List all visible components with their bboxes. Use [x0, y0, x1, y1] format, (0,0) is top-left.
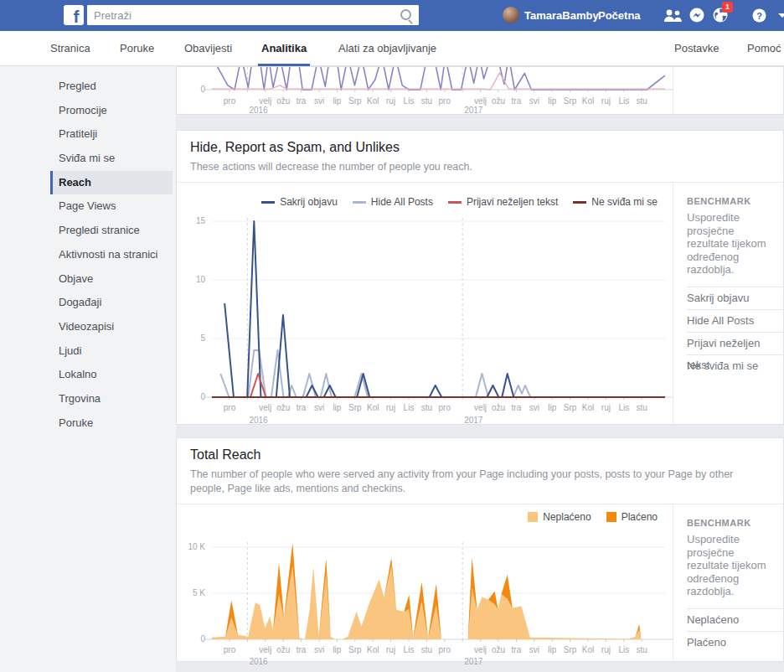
friend-requests-icon[interactable] [663, 9, 683, 25]
svg-text:Kol: Kol [582, 96, 594, 106]
search-input[interactable] [87, 5, 419, 25]
benchmark-item-ne-svida-mi-se[interactable]: Ne sviđa mi se [687, 354, 784, 377]
sidebar-item-pratitelji[interactable]: Pratitelji [0, 122, 176, 147]
svg-text:?: ? [756, 11, 762, 21]
tab-analitika[interactable]: Analitika [258, 31, 310, 66]
svg-text:ruj: ruj [601, 403, 611, 412]
benchmark-panel-hide: BENCHMARK Usporedite prosječne rezultate… [673, 183, 784, 432]
total-reach-area-chart[interactable]: 05 K10 KproveljožutrasvilipSrpKolrujLiss… [177, 504, 673, 669]
svg-text:pro: pro [224, 403, 236, 412]
home-link[interactable]: Početna [598, 0, 641, 31]
search-icon[interactable] [400, 9, 411, 20]
sidebar-item-promocije[interactable]: Promocije [0, 99, 176, 123]
section-title: Hide, Report as Spam, and Unlikes [190, 140, 770, 155]
total-reach-header: Total Reach The number of people who wer… [177, 438, 783, 504]
sidebar-item-aktivnosti-na-stranici[interactable]: Aktivnosti na stranici [0, 243, 176, 267]
svg-text:Srp: Srp [348, 96, 362, 106]
svg-text:ruj: ruj [601, 645, 611, 654]
hide-chart-legend: Sakrij objavu Hide All Posts Prijavi než… [246, 196, 658, 208]
legend-hide-all-posts[interactable]: Hide All Posts [353, 196, 433, 208]
svg-text:0: 0 [200, 634, 205, 644]
svg-text:Srp: Srp [564, 96, 577, 106]
svg-text:Srp: Srp [564, 645, 577, 654]
svg-text:lip: lip [548, 645, 556, 654]
svg-text:0: 0 [200, 85, 205, 94]
benchmark-item-prijavi-nezeljen-tekst[interactable]: Prijavi neželjen tekst [687, 332, 784, 354]
svg-text:svi: svi [529, 403, 539, 412]
svg-text:2017: 2017 [464, 416, 483, 425]
sidebar-item-lokalno[interactable]: Lokalno [0, 363, 176, 387]
benchmark-item-sakrij-objavu[interactable]: Sakrij objavu [687, 287, 784, 309]
svg-text:2017: 2017 [464, 106, 483, 114]
svg-text:Kol: Kol [582, 645, 594, 654]
svg-text:0: 0 [200, 392, 205, 401]
svg-text:velj: velj [259, 403, 271, 412]
svg-text:tra: tra [297, 645, 307, 654]
svg-text:tra: tra [297, 96, 307, 106]
benchmark-item-hide-all-posts[interactable]: Hide All Posts [687, 309, 784, 332]
svg-text:stu: stu [421, 645, 432, 654]
facebook-logo[interactable]: f [64, 5, 84, 25]
hide-report-card: Hide, Report as Spam, and Unlikes These … [176, 130, 784, 425]
notification-badge[interactable]: 1 [722, 2, 733, 13]
sidebar-item-ljudi[interactable]: Ljudi [0, 339, 176, 364]
sidebar-item-pregledi-stranice[interactable]: Pregledi stranice [0, 219, 176, 243]
svg-text:stu: stu [637, 403, 647, 412]
avatar[interactable] [503, 7, 519, 23]
benchmark-item-neplaceno[interactable]: Neplaćeno [687, 608, 784, 631]
messenger-icon[interactable] [689, 8, 704, 26]
reach-chart-legend: Neplaćeno Plaćeno [513, 511, 658, 523]
benchmark-description: Usporedite prosječne rezultate tijekom o… [687, 211, 774, 277]
sidebar-item-poruke[interactable]: Poruke [0, 411, 176, 436]
profile-link[interactable]: TamaraBamby [524, 0, 599, 31]
svg-text:Kol: Kol [582, 403, 594, 412]
section-subtitle: These actions will decrease the number o… [190, 160, 770, 174]
svg-text:pro: pro [439, 645, 451, 654]
partial-line-chart[interactable]: 0proveljožutrasvilipSrpKolrujLisstuprove… [177, 67, 673, 114]
sidebar-item-dogadaji[interactable]: Događaji [0, 291, 176, 315]
legend-sakrij-objavu[interactable]: Sakrij objavu [261, 196, 338, 208]
benchmark-panel-top [673, 67, 784, 114]
legend-prijavi-nezeljen-tekst[interactable]: Prijavi neželjen tekst [448, 196, 558, 208]
tab-pomoc[interactable]: Pomoć [747, 31, 781, 66]
svg-text:5 K: 5 K [193, 588, 205, 597]
account-menu-caret-icon[interactable] [778, 13, 784, 18]
tab-poruke[interactable]: Poruke [120, 31, 154, 66]
scrolled-chart-card: 0proveljožutrasvilipSrpKolrujLisstuprove… [176, 66, 784, 115]
svg-text:tra: tra [512, 645, 522, 654]
svg-text:ožu: ožu [276, 403, 290, 412]
svg-text:velj: velj [259, 96, 271, 106]
sidebar-item-svida-mi-se[interactable]: Sviđa mi se [0, 147, 176, 171]
tab-alati-za-objavljivanje[interactable]: Alati za objavljivanje [338, 31, 436, 66]
sidebar-item-trgovina[interactable]: Trgovina [0, 387, 176, 411]
svg-text:pro: pro [439, 403, 451, 412]
legend-swatch [261, 201, 275, 204]
svg-text:velj: velj [474, 645, 487, 654]
tab-postavke[interactable]: Postavke [674, 31, 719, 66]
sidebar-item-videozapisi[interactable]: Videozapisi [0, 315, 176, 339]
legend-placeno[interactable]: Plaćeno [606, 511, 658, 523]
sidebar-item-reach[interactable]: Reach [50, 171, 173, 195]
search-box [87, 5, 419, 25]
sidebar-item-pregled[interactable]: Pregled [0, 75, 176, 99]
svg-text:lip: lip [333, 403, 341, 412]
svg-text:stu: stu [637, 645, 647, 654]
tab-obavijesti[interactable]: Obavijesti [184, 31, 232, 66]
svg-text:Kol: Kol [367, 96, 379, 106]
section-subtitle: The number of people who were served any… [190, 468, 756, 496]
benchmark-item-placeno[interactable]: Plaćeno [687, 631, 784, 654]
legend-swatch [353, 201, 366, 204]
svg-text:tra: tra [512, 403, 522, 412]
legend-neplaceno[interactable]: Neplaćeno [528, 511, 591, 523]
help-icon[interactable]: ? [752, 8, 766, 26]
svg-text:lip: lip [333, 645, 341, 654]
legend-ne-svida-mi-se[interactable]: Ne sviđa mi se [573, 196, 658, 208]
svg-text:Srp: Srp [348, 645, 362, 654]
insights-sidebar: Pregled Promocije Pratitelji Sviđa mi se… [0, 66, 176, 672]
sidebar-item-page-views[interactable]: Page Views [0, 194, 176, 219]
svg-text:svi: svi [314, 403, 324, 412]
svg-text:2016: 2016 [249, 106, 268, 114]
tab-stranica[interactable]: Stranica [50, 31, 90, 66]
hide-report-line-chart[interactable]: 051015proveljožutrasvilipSrpKolrujLisstu… [177, 183, 673, 432]
sidebar-item-objave[interactable]: Objave [0, 267, 176, 292]
